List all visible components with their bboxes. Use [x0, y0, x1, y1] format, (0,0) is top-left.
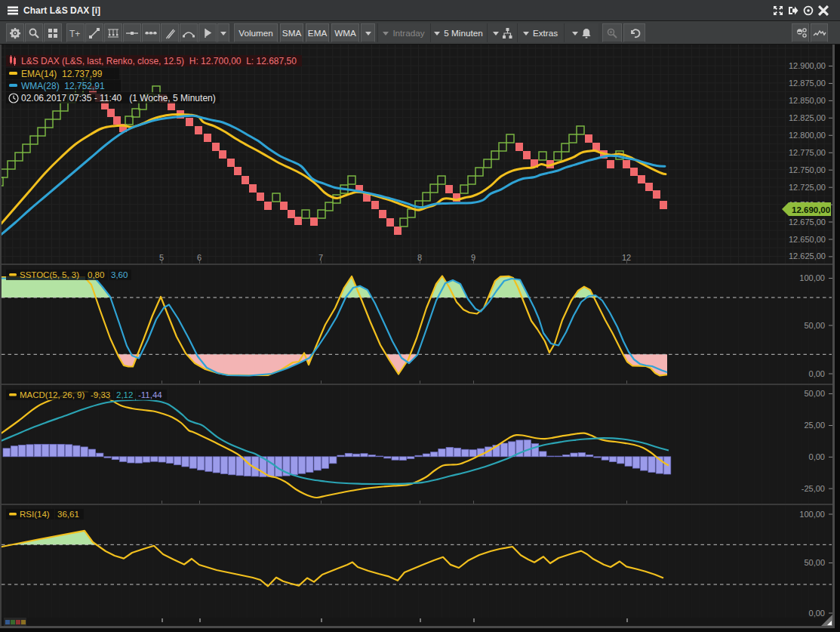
svg-text:0,80: 0,80	[88, 270, 104, 279]
svg-text:3,60: 3,60	[111, 270, 128, 279]
svg-text:12.800,00: 12.800,00	[789, 131, 826, 140]
svg-text:T+: T+	[69, 28, 80, 39]
svg-text:12.750,00: 12.750,00	[789, 165, 826, 174]
svg-text:0,00: 0,00	[809, 452, 825, 461]
svg-text:12.825,00: 12.825,00	[789, 113, 826, 122]
svg-text:12.675,00: 12.675,00	[789, 217, 826, 227]
svg-text:WMA(28) 12.752,91: WMA(28) 12.752,91	[21, 81, 105, 91]
svg-text:100,00: 100,00	[799, 273, 825, 282]
svg-text:12.775,00: 12.775,00	[789, 148, 826, 157]
svg-text:25,00: 25,00	[804, 421, 825, 430]
svg-text:12.625,00: 12.625,00	[789, 251, 826, 261]
svg-text:0,00: 0,00	[809, 609, 825, 618]
svg-text:12.650,00: 12.650,00	[789, 235, 826, 244]
svg-text:50,00: 50,00	[804, 321, 825, 330]
svg-text:MACD(12, 26, 9): MACD(12, 26, 9)	[20, 390, 85, 399]
svg-text:02.06.2017 07:35 - 11:40 (1: 02.06.2017 07:35 - 11:40 (1 Woche, 5 Min…	[21, 93, 216, 103]
svg-text:12.900,00: 12.900,00	[789, 61, 826, 70]
svg-text:2,12: 2,12	[116, 390, 133, 399]
svg-text:12.690,00: 12.690,00	[792, 205, 830, 214]
svg-text:L&S DAX (L&S, last, Renko, clo: L&S DAX (L&S, last, Renko, close, 12.5) …	[21, 56, 297, 66]
svg-text:SSTOC(5, 5, 3): SSTOC(5, 5, 3)	[20, 270, 79, 279]
svg-text:36,61: 36,61	[57, 510, 79, 519]
svg-text:0,00: 0,00	[809, 369, 825, 378]
svg-text:EMA(14) 12.737,99: EMA(14) 12.737,99	[21, 69, 103, 79]
svg-text:50,00: 50,00	[804, 558, 825, 567]
svg-text:-11,44: -11,44	[138, 390, 162, 399]
svg-text:12.850,00: 12.850,00	[789, 96, 826, 105]
svg-text:12.875,00: 12.875,00	[789, 79, 826, 88]
svg-text:100,00: 100,00	[799, 510, 825, 519]
svg-text:-25,00: -25,00	[802, 484, 825, 493]
svg-text:-9,33: -9,33	[91, 390, 110, 399]
svg-text:50,00: 50,00	[804, 389, 825, 398]
svg-text:RSI(14): RSI(14)	[20, 510, 50, 519]
svg-text:12.725,00: 12.725,00	[789, 183, 826, 192]
